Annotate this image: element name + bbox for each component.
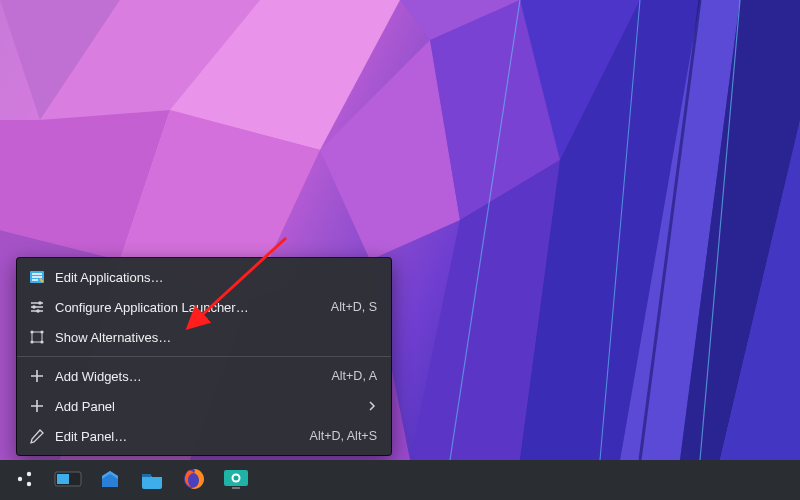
taskbar-dolphin[interactable] [132, 463, 172, 497]
svg-point-31 [27, 471, 31, 475]
taskbar-firefox[interactable] [174, 463, 214, 497]
svg-rect-35 [142, 474, 151, 477]
menu-item-label: Configure Application Launcher… [55, 300, 321, 315]
dolphin-icon [140, 468, 164, 493]
svg-rect-34 [57, 474, 69, 484]
taskbar-discover[interactable] [90, 463, 130, 497]
svg-point-39 [234, 475, 239, 480]
menu-item-label: Edit Panel… [55, 429, 300, 444]
svg-point-32 [27, 481, 31, 485]
menu-item-shortcut: Alt+D, A [331, 369, 377, 383]
taskbar-spectacle[interactable] [216, 463, 256, 497]
plus-icon [29, 368, 45, 384]
menu-item-add-panel[interactable]: Add Panel [17, 391, 391, 421]
menu-item-shortcut: Alt+D, S [331, 300, 377, 314]
firefox-icon [182, 467, 206, 494]
menu-item-shortcut: Alt+D, Alt+S [310, 429, 377, 443]
menu-item-show-alternatives[interactable]: Show Alternatives… [17, 322, 391, 352]
svg-rect-40 [232, 487, 240, 489]
panel-context-menu: Edit Applications… Configure Application… [16, 257, 392, 456]
svg-point-30 [18, 476, 22, 480]
kde-launcher-icon [14, 468, 36, 493]
menu-item-label: Add Widgets… [55, 369, 321, 384]
menu-separator [17, 356, 391, 357]
menu-item-add-widgets[interactable]: Add Widgets… Alt+D, A [17, 361, 391, 391]
menu-item-edit-applications[interactable]: Edit Applications… [17, 262, 391, 292]
menu-item-configure-launcher[interactable]: Configure Application Launcher… Alt+D, S [17, 292, 391, 322]
taskbar-panel [0, 460, 800, 500]
app-launcher-button[interactable] [4, 463, 46, 497]
menu-item-edit-panel[interactable]: Edit Panel… Alt+D, Alt+S [17, 421, 391, 451]
pencil-icon [29, 428, 45, 444]
submenu-arrow-icon [367, 399, 377, 414]
edit-apps-icon [29, 269, 45, 285]
svg-point-23 [32, 305, 36, 309]
menu-item-label: Show Alternatives… [55, 330, 377, 345]
spectacle-icon [223, 468, 249, 493]
svg-point-24 [36, 309, 40, 313]
discover-icon [98, 467, 122, 494]
plus-icon [29, 398, 45, 414]
menu-item-label: Add Panel [55, 399, 357, 414]
svg-point-22 [38, 301, 42, 305]
alternatives-icon [29, 329, 45, 345]
configure-icon [29, 299, 45, 315]
menu-item-label: Edit Applications… [55, 270, 377, 285]
taskbar-pager[interactable] [48, 463, 88, 497]
pager-icon [54, 469, 82, 492]
